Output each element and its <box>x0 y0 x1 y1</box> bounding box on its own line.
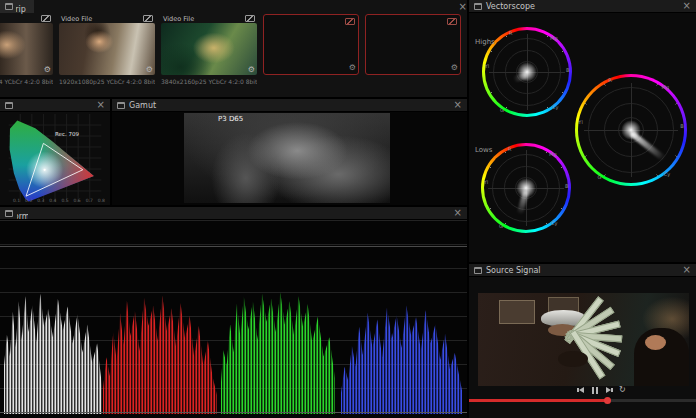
camera-off-icon[interactable] <box>143 15 153 22</box>
close-icon[interactable]: × <box>459 2 467 12</box>
waveform-blue-trace <box>341 296 462 414</box>
cie-x-axis-ticks: 0.10.20.30.40.50.60.70.8 <box>13 198 105 203</box>
hue-label-r: R <box>509 30 512 36</box>
vectorscope-highs: R Mg B Cy G Yl <box>482 27 572 117</box>
waveform-panel-title: Waveform <box>17 212 28 221</box>
clip-thumbnail-row: Video File ⚙ 1920x1080p24 YCbCr 4:2:0 8b… <box>0 14 461 85</box>
progress-fill <box>469 399 607 402</box>
transport-controls: ↻ <box>579 385 626 395</box>
hue-label-yl: Yl <box>485 63 489 69</box>
hue-label-cy: Cy <box>551 220 557 226</box>
empty-clip-drop-target[interactable]: ⚙ <box>263 14 359 75</box>
waveform-baseline <box>0 412 467 413</box>
vectorscope-panel: Vectorscope × Highs Lows R Mg B Cy G Yl <box>469 0 696 262</box>
hue-label-b: B <box>680 123 683 129</box>
close-icon[interactable]: × <box>454 208 462 218</box>
video-file-label: Video File <box>163 15 194 23</box>
waveform-luma-trace <box>4 286 102 414</box>
vectorscope-main: R Mg B Cy G Yl <box>575 74 687 186</box>
cie-diagram-panel: CIE × <box>0 99 110 205</box>
hue-label-cy: Cy <box>552 104 558 110</box>
cie-chromaticity-diagram: Rec. 709 0.10.20.30.40.50.60.70.8 <box>3 114 107 202</box>
hue-label-mg: Mg <box>550 35 558 41</box>
hue-label-g: G <box>499 223 503 229</box>
camera-off-icon[interactable] <box>245 15 255 22</box>
clip-metadata-2: 1920x1080p25 YCbCr 4:2:0 8bit Planar <box>59 78 155 85</box>
lows-zone-label: Lows <box>475 146 492 154</box>
clips-panel-tab[interactable]: Strip <box>0 0 34 13</box>
clip-slot-5[interactable]: ⚙ <box>365 14 461 85</box>
clip-thumbnail-2[interactable]: ⚙ <box>59 23 155 75</box>
clip-thumbnail-3[interactable]: ⚙ <box>161 23 257 75</box>
waveform-panel-titlebar[interactable]: Waveform × <box>0 207 467 220</box>
cie-horseshoe-plot <box>3 114 107 202</box>
close-icon[interactable]: × <box>97 100 105 110</box>
scopes-application: Strip × Video File ⚙ 1920x1080p24 YCbCr … <box>0 0 696 418</box>
hue-label-r: R <box>508 146 511 152</box>
close-icon[interactable]: × <box>683 1 691 11</box>
waveform-green-trace <box>221 286 335 414</box>
highs-zone-label: Highs <box>475 38 495 46</box>
waveform-reference-line <box>0 246 467 247</box>
hue-label-r: R <box>609 77 612 83</box>
cie-panel-titlebar[interactable]: CIE × <box>0 99 110 112</box>
loop-button[interactable]: ↻ <box>619 386 626 394</box>
gear-icon[interactable]: ⚙ <box>44 66 51 74</box>
gamut-name-label: Rec. 709 <box>55 131 79 137</box>
hue-label-cy: Cy <box>664 171 670 177</box>
panel-window-icon <box>474 3 482 10</box>
panel-window-icon <box>474 267 482 274</box>
hue-label-b: B <box>566 67 569 73</box>
waveform-red-trace <box>103 288 217 414</box>
gamut-false-color-image: P3 D65 <box>184 113 390 203</box>
hue-label-mg: Mg <box>662 84 670 90</box>
empty-clip-drop-target[interactable]: ⚙ <box>365 14 461 75</box>
gamut-panel-title: Gamut <box>129 101 156 110</box>
clip-thumbnail-1[interactable]: ⚙ <box>0 23 53 75</box>
camera-off-icon[interactable] <box>345 18 355 25</box>
clip-slot-2[interactable]: Video File ⚙ 1920x1080p25 YCbCr 4:2:0 8b… <box>59 14 155 85</box>
waveform-panel: Waveform × <box>0 207 467 418</box>
hue-label-mg: Mg <box>549 151 557 157</box>
source-panel-title: Source Signal <box>486 266 541 275</box>
clips-strip-panel: Strip × Video File ⚙ 1920x1080p24 YCbCr … <box>0 0 467 97</box>
camera-off-icon[interactable] <box>41 15 51 22</box>
hue-label-yl: Yl <box>484 179 488 185</box>
source-panel-titlebar[interactable]: Source Signal × <box>469 264 696 277</box>
gear-icon[interactable]: ⚙ <box>248 66 255 74</box>
gear-icon[interactable]: ⚙ <box>349 64 356 72</box>
hue-label-g: G <box>500 107 504 113</box>
second-person-face <box>645 335 666 350</box>
progress-handle[interactable] <box>604 397 611 404</box>
playback-progress-bar[interactable] <box>469 399 696 402</box>
rgb-waveform-display <box>0 220 467 418</box>
skip-forward-button[interactable] <box>606 387 611 393</box>
hue-label-g: G <box>597 174 601 180</box>
vectorscope-lows: R Mg B Cy G Yl <box>481 143 571 233</box>
gear-icon[interactable]: ⚙ <box>146 66 153 74</box>
panel-window-icon <box>5 3 13 10</box>
gear-icon[interactable]: ⚙ <box>451 64 458 72</box>
clip-metadata-3: 3840x2160p25 YCbCr 4:2:0 8bit Planar <box>161 78 257 85</box>
gamut-target-label: P3 D65 <box>218 115 243 123</box>
pause-button[interactable] <box>592 387 598 394</box>
clip-metadata-1: 1920x1080p24 YCbCr 4:2:0 8bit Planar <box>0 78 53 85</box>
wall-picture <box>499 300 535 324</box>
source-signal-panel: Source Signal × ↻ <box>469 264 696 418</box>
camera-off-icon[interactable] <box>447 18 457 25</box>
gamut-panel-titlebar[interactable]: Gamut × <box>112 99 467 112</box>
clip-slot-3[interactable]: Video File ⚙ 3840x2160p25 YCbCr 4:2:0 8b… <box>161 14 257 85</box>
close-icon[interactable]: × <box>683 265 691 275</box>
video-file-label: Video File <box>61 15 92 23</box>
hue-label-yl: Yl <box>578 119 582 125</box>
panel-window-icon <box>117 102 125 109</box>
clip-slot-1[interactable]: Video File ⚙ 1920x1080p24 YCbCr 4:2:0 8b… <box>0 14 53 85</box>
clips-panel-titlebar[interactable]: Strip × <box>0 0 467 13</box>
vectorscope-panel-titlebar[interactable]: Vectorscope × <box>469 0 696 13</box>
skip-back-button[interactable] <box>579 387 584 393</box>
panel-window-icon <box>5 210 13 217</box>
hue-label-b: B <box>565 183 568 189</box>
clips-panel-title: Strip <box>16 5 26 14</box>
close-icon[interactable]: × <box>454 100 462 110</box>
clip-slot-4[interactable]: ⚙ <box>263 14 359 85</box>
